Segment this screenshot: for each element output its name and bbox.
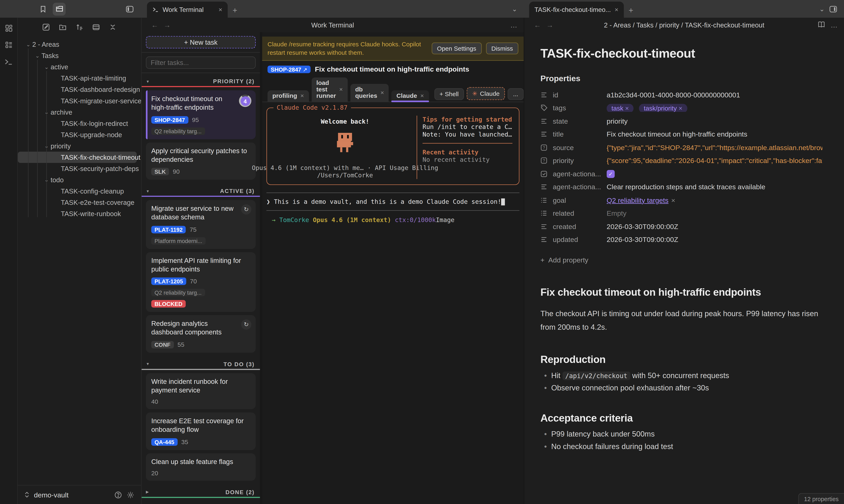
collapse-all-icon[interactable] [109, 23, 117, 31]
issue-key-badge[interactable]: SHOP-2847 ↗ [268, 66, 311, 73]
task-card[interactable]: Increase E2E test coverage for onboardin… [146, 412, 256, 450]
remove-tag-icon[interactable]: × [625, 104, 629, 112]
tab-close-icon[interactable]: × [219, 6, 222, 14]
add-property-button[interactable]: + Add property [540, 256, 823, 264]
property-row[interactable]: id a1b2c3d4-0001-4000-8000-000000000001 [540, 88, 823, 101]
checkbox-checked[interactable]: ✓ [607, 170, 615, 178]
tab-task-note[interactable]: TASK-fix-checkout-timeo... × [529, 2, 624, 18]
section-active-header[interactable]: ▼ ACTIVE (3) [142, 186, 260, 196]
property-row[interactable]: created 2026-03-30T09:00:00Z [540, 220, 823, 233]
property-row[interactable]: related Empty [540, 207, 823, 220]
task-list-icon[interactable] [4, 41, 13, 49]
more-options-icon[interactable]: … [510, 21, 517, 29]
terminal-tab[interactable]: db queries× [350, 84, 389, 102]
section-priority-header[interactable]: ▼ PRIORITY (2) [142, 76, 260, 86]
task-card[interactable]: Clean up stale feature flags 20 [146, 453, 256, 481]
tree-folder[interactable]: ⌄todo [18, 174, 137, 185]
toggle-left-sidebar-icon[interactable] [123, 2, 136, 15]
terminal-more-button[interactable]: ... [507, 88, 523, 100]
property-row[interactable]: state priority [540, 114, 823, 128]
new-claude-button[interactable]: ✳Claude [467, 87, 505, 100]
property-row[interactable]: goal Q2 reliability targets× [540, 194, 823, 207]
property-row[interactable]: title Fix checkout timeout on high-traff… [540, 128, 823, 141]
terminal-tab-active[interactable]: Claude× [392, 90, 429, 102]
notice-text: Claude /resume tracking requires Claude … [268, 40, 427, 57]
new-tab-button[interactable]: + [624, 2, 638, 18]
terminal-output[interactable]: Claude Code v2.1.87 Welcome back! [262, 102, 524, 504]
refresh-icon[interactable]: ↻ [241, 320, 252, 330]
close-icon[interactable]: × [300, 93, 304, 99]
help-icon[interactable] [114, 491, 122, 499]
bookmark-icon[interactable] [36, 2, 50, 15]
note-content[interactable]: TASK-fix-checkout-timeout Properties id … [524, 32, 844, 504]
tree-file[interactable]: TASK-e2e-test-coverage [18, 197, 137, 208]
terminal-tab[interactable]: load test runner× [312, 77, 348, 102]
tree-file[interactable]: TASK-config-cleanup [18, 185, 137, 197]
terminal-tab[interactable]: profiling× [268, 90, 309, 102]
property-row[interactable]: agent-actiona... Clear reproduction step… [540, 180, 823, 194]
tree-file[interactable]: TASK-security-patch-deps [18, 163, 137, 174]
tree-folder[interactable]: ⌄active [18, 61, 137, 73]
dismiss-button[interactable]: Dismiss [486, 42, 518, 54]
tree-file[interactable]: TASK-api-rate-limiting [18, 73, 137, 84]
task-card[interactable]: Redesign analytics dashboard components … [146, 315, 256, 353]
reading-view-icon[interactable] [818, 21, 825, 29]
filter-tasks-input[interactable] [146, 56, 256, 69]
back-icon[interactable]: ← [151, 21, 158, 29]
tree-folder[interactable]: ⌄2 - Areas [18, 39, 137, 50]
remove-link-icon[interactable]: × [671, 196, 675, 204]
dashboard-grid-icon[interactable] [4, 24, 13, 32]
close-icon[interactable]: × [380, 89, 384, 96]
tree-folder[interactable]: ⌄archive [18, 106, 137, 118]
close-icon[interactable]: × [339, 86, 343, 92]
more-options-icon[interactable]: … [830, 21, 838, 29]
task-card[interactable]: Fix checkout timeout on high-traffic end… [146, 90, 256, 139]
tree-file[interactable]: TASK-migrate-user-service [18, 95, 137, 106]
section-done-header[interactable]: ▶ DONE (2) [142, 487, 260, 497]
task-card[interactable]: Migrate user service to new database sch… [146, 200, 256, 249]
task-card[interactable]: Implement API rate limiting for public e… [146, 252, 256, 312]
forward-icon[interactable]: → [163, 21, 171, 29]
tag-pill[interactable]: task × [607, 104, 634, 112]
new-task-button[interactable]: + New task [146, 36, 256, 48]
close-icon[interactable]: × [420, 93, 424, 99]
new-folder-icon[interactable] [59, 23, 67, 31]
remove-tag-icon[interactable]: × [678, 104, 682, 112]
tab-list-chevron-icon[interactable]: ⌄ [819, 6, 825, 12]
refresh-icon[interactable]: ↻ [241, 204, 252, 215]
section-todo-header[interactable]: ▼ TO DO (3) [142, 359, 260, 368]
property-row[interactable]: agent-actiona... ✓ [540, 167, 823, 180]
tree-file[interactable]: TASK-fix-login-redirect [18, 118, 137, 129]
auto-reveal-icon[interactable] [92, 23, 100, 31]
prompt-line[interactable]: ❯ This is a demo vault, and this is a de… [266, 193, 519, 210]
toggle-right-sidebar-icon[interactable] [829, 4, 838, 13]
new-tab-button[interactable]: + [228, 2, 242, 18]
open-settings-button[interactable]: Open Settings [432, 42, 482, 54]
new-shell-button[interactable]: + Shell [434, 88, 464, 100]
sort-icon[interactable] [75, 23, 83, 31]
forward-icon[interactable]: → [546, 21, 553, 29]
tree-file[interactable]: TASK-write-runbook [18, 208, 137, 219]
tree-file[interactable]: TASK-upgrade-node [18, 129, 137, 140]
tab-close-icon[interactable]: × [615, 6, 618, 14]
property-row[interactable]: updated 2026-03-30T09:00:00Z [540, 233, 823, 246]
tree-folder[interactable]: ⌄Tasks [18, 50, 137, 61]
new-note-icon[interactable] [42, 23, 50, 31]
tree-file-selected[interactable]: TASK-fix-checkout-timeout [18, 152, 137, 163]
property-row[interactable]: ? priority {"score":95,"deadline":"2026-… [540, 154, 823, 167]
property-row[interactable]: tags task × task/priority × [540, 101, 823, 114]
task-card[interactable]: Apply critical security patches to depen… [146, 142, 256, 180]
tag-pill[interactable]: task/priority × [639, 104, 687, 112]
terminal-icon[interactable] [4, 58, 13, 66]
vault-switcher[interactable]: demo-vault [18, 485, 141, 504]
property-row[interactable]: ? source {"type":"jira","id":"SHOP-2847"… [540, 141, 823, 154]
settings-gear-icon[interactable] [126, 491, 135, 499]
tree-file[interactable]: TASK-dashboard-redesign [18, 84, 137, 95]
back-icon[interactable]: ← [534, 21, 541, 29]
task-card[interactable]: Write incident runbook for payment servi… [146, 373, 256, 409]
goal-link[interactable]: Q2 reliability targets [607, 196, 669, 204]
tree-folder[interactable]: ⌄priority [18, 140, 137, 151]
tab-work-terminal[interactable]: Work Terminal × [147, 2, 228, 18]
files-icon[interactable] [53, 2, 66, 15]
tab-list-chevron-icon[interactable]: ⌄ [512, 6, 517, 12]
